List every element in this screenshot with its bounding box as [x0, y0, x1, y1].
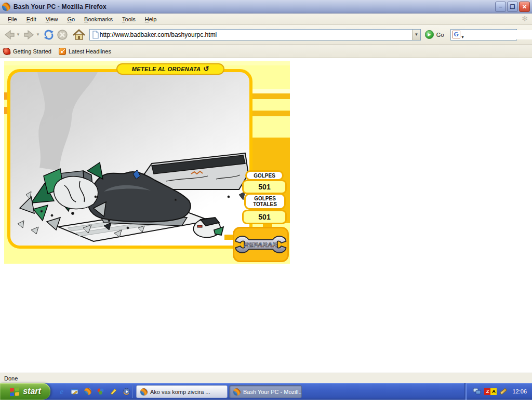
back-button[interactable]: ▼ — [3, 29, 22, 40]
bookmark-label: Getting Started — [13, 48, 51, 55]
close-button[interactable]: ✕ — [519, 2, 530, 12]
forward-button[interactable]: ▼ — [23, 29, 42, 40]
taskbar: start e Ako vas komp zivcira ... — [0, 383, 532, 400]
smoke — [37, 72, 98, 171]
za-a: A — [490, 388, 497, 395]
restart-arrow-icon[interactable]: ↺ — [203, 66, 209, 72]
url-input[interactable] — [100, 30, 412, 39]
golpes-totales-value-box: 501 — [242, 210, 287, 224]
media-player-icon[interactable] — [122, 387, 131, 396]
navigation-toolbar: ▼ ▼ — [0, 25, 532, 45]
window-title: Bash Your PC - Mozilla Firefox — [14, 3, 107, 10]
browser-content: METELE AL ORDENATA ↺ GOLPES 501 GOLPES T… — [0, 58, 532, 373]
task-button-active[interactable]: Bash Your PC - Mozill... — [229, 385, 302, 398]
debris-pile — [20, 162, 106, 230]
system-tray: Z A 12:06 — [466, 383, 532, 400]
getting-started-icon — [3, 47, 11, 56]
status-bar: Done — [0, 373, 532, 383]
status-text: Done — [4, 375, 18, 382]
menu-help[interactable]: Help — [140, 15, 162, 24]
firefox-icon — [233, 388, 241, 396]
page-icon — [91, 31, 100, 39]
back-dropdown-icon[interactable]: ▼ — [16, 32, 20, 37]
screen: Bash Your PC - Mozilla Firefox – ❐ ✕ Fil… — [0, 0, 532, 408]
yellow-app-icon[interactable] — [109, 387, 118, 396]
start-button[interactable]: start — [0, 383, 50, 400]
minimize-button[interactable]: – — [495, 2, 506, 12]
firefox-icon[interactable] — [83, 387, 92, 396]
restore-button[interactable]: ❐ — [507, 2, 518, 12]
bookmark-latest-headlines[interactable]: Latest Headlines — [59, 48, 111, 55]
taskbar-separator — [132, 385, 133, 398]
taskbar-clock: 12:06 — [512, 388, 527, 395]
menu-go[interactable]: Go — [62, 15, 79, 24]
game-scene-smashed-pc[interactable] — [10, 72, 249, 246]
network-icon[interactable] — [473, 388, 481, 395]
windows-logo-icon — [9, 387, 20, 396]
totales-label-line2: TOTALES — [253, 201, 277, 207]
search-engine-caret-icon[interactable]: ▼ — [461, 35, 464, 39]
ie-icon[interactable]: e — [57, 387, 66, 396]
reload-button[interactable] — [43, 29, 55, 41]
quick-launch: e — [54, 383, 134, 400]
task-button-label: Ako vas komp zivcira ... — [150, 389, 210, 395]
totales-value: 501 — [258, 213, 270, 221]
google-icon: G — [453, 31, 460, 38]
stop-button[interactable] — [56, 29, 69, 41]
menu-bar: File Edit View Go Bookmarks Tools Help ✻ — [0, 13, 532, 25]
golpes-value: 501 — [258, 183, 270, 191]
stop-icon — [56, 29, 69, 41]
go-icon: ▶ — [425, 30, 434, 39]
stripe-gold — [252, 93, 290, 99]
bottom-strip — [0, 400, 532, 408]
menu-edit[interactable]: Edit — [22, 15, 41, 24]
banner-text: METELE AL ORDENATA — [132, 66, 201, 72]
golpes-value-box: 501 — [242, 180, 287, 194]
url-bar[interactable]: ▼ — [89, 29, 421, 40]
menu-bookmarks[interactable]: Bookmarks — [79, 15, 117, 24]
title-bar: Bash Your PC - Mozilla Firefox – ❐ ✕ — [0, 0, 532, 13]
msn-icon[interactable] — [96, 387, 105, 396]
menu-tools[interactable]: Tools — [117, 15, 140, 24]
golpes-label-pill: GOLPES — [245, 170, 284, 181]
search-input[interactable] — [464, 30, 532, 39]
start-label: start — [23, 387, 41, 396]
forward-arrow-icon — [23, 29, 35, 40]
brush-icon[interactable] — [500, 388, 508, 395]
search-box[interactable]: G ▼ — [450, 29, 517, 40]
flash-game[interactable]: METELE AL ORDENATA ↺ GOLPES 501 GOLPES T… — [4, 61, 290, 264]
menu-file[interactable]: File — [3, 15, 22, 24]
task-button-label: Bash Your PC - Mozill... — [243, 389, 302, 395]
go-label: Go — [436, 32, 444, 38]
za-keyboard-layout-icon[interactable]: Z A — [484, 388, 497, 395]
show-desktop-icon[interactable] — [70, 387, 79, 396]
home-icon — [73, 29, 85, 41]
bookmark-getting-started[interactable]: Getting Started — [3, 48, 51, 55]
golpes-totales-label-pill: GOLPES TOTALES — [244, 193, 286, 210]
home-button[interactable] — [73, 29, 85, 41]
repair-button[interactable]: REPARAR — [233, 227, 289, 262]
go-button[interactable]: ▶ Go — [425, 30, 444, 39]
repair-label: REPARAR — [244, 241, 277, 249]
bookmarks-toolbar: Getting Started Latest Headlines — [0, 45, 532, 58]
za-z: Z — [484, 388, 490, 395]
reload-icon — [43, 29, 55, 41]
forward-dropdown-icon[interactable]: ▼ — [36, 32, 40, 37]
task-button-inactive[interactable]: Ako vas komp zivcira ... — [136, 385, 228, 398]
stripe-light — [252, 89, 290, 93]
firefox-icon — [140, 388, 148, 396]
game-title-banner: METELE AL ORDENATA ↺ — [116, 63, 224, 75]
firefox-icon — [2, 3, 10, 11]
stripe-gold — [252, 111, 290, 116]
rss-icon — [59, 48, 66, 55]
bookmark-label: Latest Headlines — [69, 48, 111, 55]
wrench-icon: REPARAR — [235, 230, 287, 259]
url-dropdown-icon[interactable]: ▼ — [412, 30, 420, 40]
golpes-label: GOLPES — [254, 173, 275, 179]
throbber-icon: ✻ — [522, 15, 528, 23]
back-arrow-icon — [3, 29, 16, 40]
totales-label-line1: GOLPES — [254, 196, 276, 201]
menu-view[interactable]: View — [41, 15, 63, 24]
